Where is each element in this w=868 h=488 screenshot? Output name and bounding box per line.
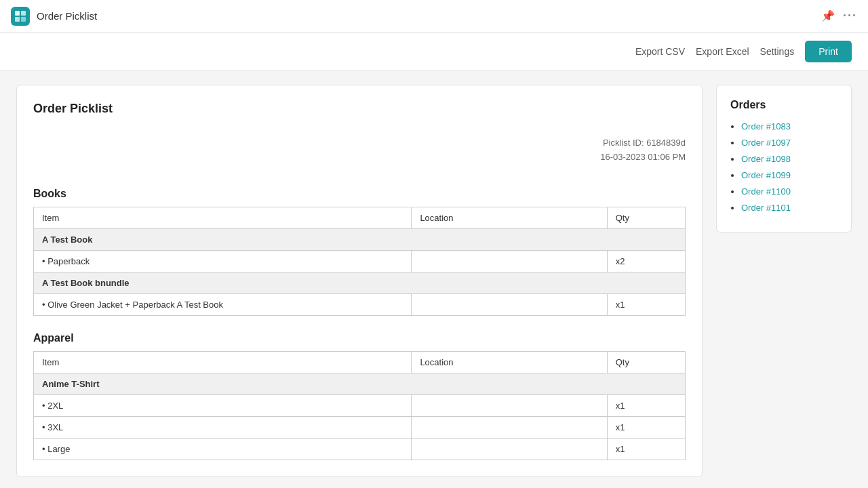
section-books-title: Books: [33, 188, 686, 200]
table-row: • 2XL x1: [34, 394, 686, 416]
picklist-date: 16-03-2023 01:06 PM: [33, 150, 686, 165]
top-bar-actions: 📌 ···: [821, 9, 857, 23]
table-row: • Olive Green Jacket + Paperback A Test …: [34, 293, 686, 315]
list-item: Order #1083: [741, 121, 837, 131]
table-row: A Test Book: [34, 228, 686, 250]
sidebar: Orders Order #1083 Order #1097 Order #10…: [716, 85, 852, 232]
row-location: [412, 394, 607, 416]
row-location: [412, 416, 607, 438]
export-excel-button[interactable]: Export Excel: [696, 46, 749, 57]
table-row: A Test Book bnundle: [34, 272, 686, 293]
group-name: A Test Book bnundle: [34, 272, 686, 293]
apparel-col-item: Item: [34, 351, 412, 373]
table-row: • Large x1: [34, 438, 686, 460]
row-location: [412, 250, 607, 272]
group-name: Anime T-Shirt: [34, 373, 686, 394]
row-item: • Paperback: [34, 250, 412, 272]
pin-icon[interactable]: 📌: [821, 9, 835, 22]
table-row: Anime T-Shirt: [34, 373, 686, 394]
books-col-item: Item: [34, 207, 412, 228]
list-item: Order #1098: [741, 153, 837, 164]
orders-list: Order #1083 Order #1097 Order #1098 Orde…: [730, 121, 837, 213]
top-bar: Order Picklist 📌 ···: [0, 0, 868, 33]
picklist-header: Picklist ID: 6184839d 16-03-2023 01:06 P…: [33, 129, 686, 171]
books-table: Item Location Qty A Test Book • Paperbac…: [33, 207, 686, 316]
order-link-1100[interactable]: Order #1100: [741, 186, 791, 197]
table-row: • 3XL x1: [34, 416, 686, 438]
group-name: A Test Book: [34, 228, 686, 250]
settings-button[interactable]: Settings: [760, 46, 795, 57]
row-qty: x1: [607, 394, 685, 416]
books-col-location: Location: [412, 207, 607, 228]
apparel-col-location: Location: [412, 351, 607, 373]
order-link-1097[interactable]: Order #1097: [741, 138, 791, 148]
row-item: • 2XL: [34, 394, 412, 416]
apparel-table: Item Location Qty Anime T-Shirt • 2XL x1…: [33, 351, 686, 460]
books-col-qty: Qty: [607, 207, 685, 228]
toolbar: Export CSV Export Excel Settings Print: [0, 33, 868, 71]
svg-rect-0: [15, 11, 20, 16]
app-title: Order Picklist: [37, 10, 97, 22]
app-logo: [11, 7, 30, 26]
svg-rect-3: [21, 17, 26, 22]
sidebar-title: Orders: [730, 99, 837, 111]
order-link-1083[interactable]: Order #1083: [741, 121, 791, 131]
section-apparel-title: Apparel: [33, 332, 686, 344]
row-item: • Large: [34, 438, 412, 460]
order-link-1099[interactable]: Order #1099: [741, 170, 791, 180]
svg-rect-2: [15, 17, 20, 22]
svg-rect-1: [21, 11, 26, 16]
more-icon[interactable]: ···: [843, 9, 857, 23]
row-qty: x1: [607, 293, 685, 315]
row-item: • Olive Green Jacket + Paperback A Test …: [34, 293, 412, 315]
main-panel: Order Picklist Picklist ID: 6184839d 16-…: [16, 85, 703, 477]
list-item: Order #1101: [741, 202, 837, 213]
row-location: [412, 438, 607, 460]
row-qty: x1: [607, 438, 685, 460]
row-location: [412, 293, 607, 315]
order-link-1098[interactable]: Order #1098: [741, 154, 791, 164]
list-item: Order #1099: [741, 169, 837, 180]
picklist-id: Picklist ID: 6184839d: [33, 136, 686, 150]
main-content: Order Picklist Picklist ID: 6184839d 16-…: [0, 71, 868, 488]
row-item: • 3XL: [34, 416, 412, 438]
row-qty: x2: [607, 250, 685, 272]
table-row: • Paperback x2: [34, 250, 686, 272]
apparel-col-qty: Qty: [607, 351, 685, 373]
row-qty: x1: [607, 416, 685, 438]
list-item: Order #1100: [741, 186, 837, 197]
print-button[interactable]: Print: [805, 41, 852, 62]
list-item: Order #1097: [741, 137, 837, 148]
order-link-1101[interactable]: Order #1101: [741, 203, 791, 213]
page-title: Order Picklist: [33, 102, 686, 116]
export-csv-button[interactable]: Export CSV: [635, 46, 685, 57]
